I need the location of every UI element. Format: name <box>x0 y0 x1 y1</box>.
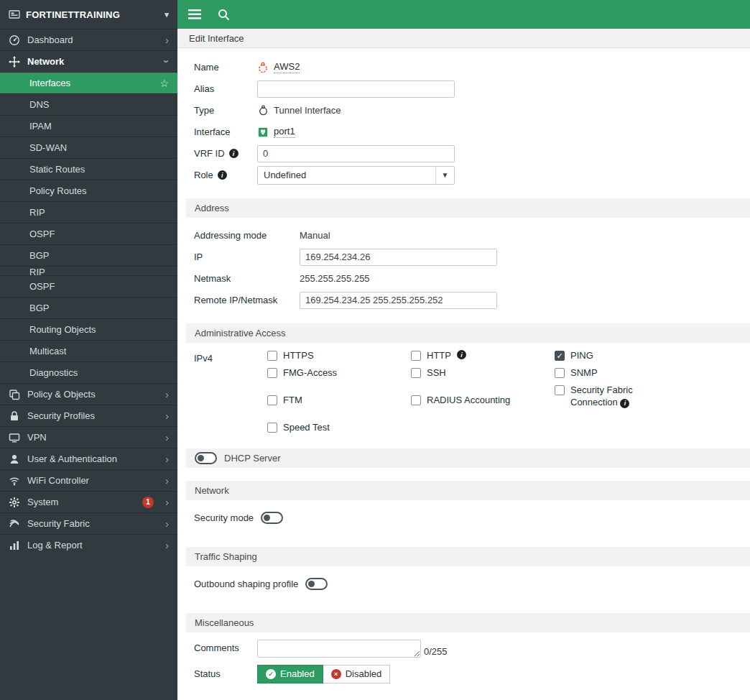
checkbox-security-fabric-connection[interactable]: Security Fabric Connection i <box>555 384 720 409</box>
vrf-id-input[interactable] <box>257 145 455 162</box>
sidebar-item-user-authentication[interactable]: User & Authentication › <box>0 448 177 469</box>
search-icon[interactable] <box>216 7 231 22</box>
comments-counter: 0/255 <box>424 646 448 658</box>
name-label: Name <box>194 62 257 73</box>
role-select[interactable]: Undefined ▼ <box>257 166 455 185</box>
info-icon[interactable]: i <box>229 149 239 158</box>
bar-chart-icon <box>9 540 20 551</box>
interface-label: Interface <box>194 126 257 137</box>
dhcp-server-label: DHCP Server <box>224 453 281 464</box>
sidebar-item-system[interactable]: System 1 › <box>0 491 177 512</box>
sidebar-item-ospf[interactable]: OSPF <box>0 223 177 244</box>
sidebar-item-routing-objects[interactable]: Routing Objects <box>0 318 177 340</box>
sidebar: FORTINETTRAINING ▾ Dashboard › Network ›… <box>0 0 177 700</box>
checkbox-fmg-access[interactable]: FMG-Access <box>267 367 411 378</box>
checkbox[interactable] <box>411 395 421 405</box>
sidebar-item-security-profiles[interactable]: Security Profiles › <box>0 405 177 426</box>
sidebar-item-policy-objects[interactable]: Policy & Objects › <box>0 383 177 405</box>
checkbox-ftm[interactable]: FTM <box>267 395 411 405</box>
remote-ip-label: Remote IP/Netmask <box>194 295 300 305</box>
checkbox[interactable] <box>555 385 565 395</box>
sidebar-item-diagnostics[interactable]: Diagnostics <box>0 361 177 383</box>
checkbox-ssh[interactable]: SSH <box>411 367 555 378</box>
sidebar-item-dns[interactable]: DNS <box>0 93 177 115</box>
vrf-id-label: VRF ID <box>194 148 225 159</box>
outbound-shaping-profile-label: Outbound shaping profile <box>194 579 298 589</box>
sidebar-item-label: Interfaces <box>29 78 70 88</box>
checkbox[interactable] <box>267 368 277 378</box>
ip-label: IP <box>194 252 300 262</box>
checkbox-http[interactable]: HTTPi <box>411 350 555 361</box>
sidebar-item-dashboard[interactable]: Dashboard › <box>0 29 177 50</box>
sidebar-item-bgp-2[interactable]: BGP <box>0 297 177 318</box>
sidebar-item-security-fabric[interactable]: Security Fabric › <box>0 512 177 534</box>
remote-ip-input[interactable] <box>300 292 497 309</box>
alias-input[interactable] <box>257 80 455 98</box>
netmask-value: 255.255.255.255 <box>300 273 370 284</box>
checkbox-snmp[interactable]: SNMP <box>555 367 720 378</box>
role-label: Role <box>194 170 213 180</box>
sidebar-item-policy-routes[interactable]: Policy Routes <box>0 180 177 201</box>
checkbox-https[interactable]: HTTPS <box>267 350 411 361</box>
checkbox-speed-test[interactable]: Speed Test <box>267 422 411 433</box>
security-mode-toggle[interactable] <box>261 512 283 524</box>
outbound-shaping-profile-toggle[interactable] <box>305 578 328 590</box>
section-header-address: Address <box>186 198 750 218</box>
info-icon[interactable]: i <box>457 350 466 359</box>
checkbox[interactable] <box>411 368 421 378</box>
brand[interactable]: FORTINETTRAINING ▾ <box>0 0 177 29</box>
checkbox[interactable] <box>411 351 421 361</box>
checkbox[interactable] <box>267 423 277 433</box>
info-icon[interactable]: i <box>218 170 227 180</box>
checkbox-radius-accounting[interactable]: RADIUS Accounting <box>411 395 555 405</box>
checkbox[interactable] <box>555 368 565 378</box>
section-header-miscellaneous: Miscellaneous <box>186 613 750 632</box>
interface-parent-value[interactable]: port1 <box>274 126 295 138</box>
chevron-right-icon: › <box>165 34 169 45</box>
ip-input[interactable] <box>300 249 497 266</box>
sidebar-item-sd-wan[interactable]: SD-WAN <box>0 137 177 158</box>
sidebar-item-rip[interactable]: RIP <box>0 201 177 223</box>
comments-textarea[interactable] <box>257 640 421 658</box>
sidebar-item-label: Dashboard <box>27 34 73 45</box>
sidebar-item-vpn[interactable]: VPN › <box>0 426 177 448</box>
section-header-admin-access: Administrative Access <box>186 323 750 343</box>
breadcrumb: Edit Interface <box>177 29 750 48</box>
addressing-mode-value[interactable]: Manual <box>300 230 330 241</box>
sidebar-item-log-report[interactable]: Log & Report › <box>0 534 177 556</box>
favorite-star-icon[interactable]: ☆ <box>159 78 169 89</box>
role-selected-value: Undefined <box>264 170 306 180</box>
sidebar-item-interfaces[interactable]: Interfaces ☆ <box>0 72 177 93</box>
dhcp-server-toggle[interactable] <box>195 452 217 464</box>
sidebar-item-static-routes[interactable]: Static Routes <box>0 158 177 180</box>
checkbox[interactable] <box>555 351 565 361</box>
alias-label: Alias <box>194 83 257 94</box>
section-header-network: Network <box>186 481 750 500</box>
sidebar-item-ipam[interactable]: IPAM <box>0 115 177 137</box>
wifi-icon <box>9 475 20 487</box>
topbar <box>177 0 750 29</box>
checkbox-ping[interactable]: PING <box>555 350 720 361</box>
status-enabled-button[interactable]: ✓ Enabled <box>257 665 323 683</box>
notification-badge: 1 <box>142 497 154 508</box>
port-icon <box>257 126 269 138</box>
main-area: Edit Interface Name AWS2 Alias <box>177 0 750 700</box>
tunnel-interface-icon <box>257 105 269 116</box>
chevron-right-icon: › <box>165 389 169 400</box>
interface-name-value[interactable]: AWS2 <box>274 61 300 73</box>
checkbox[interactable] <box>267 395 277 405</box>
status-disabled-button[interactable]: × Disabled <box>323 665 391 683</box>
user-icon <box>9 453 20 465</box>
status-segmented-control: ✓ Enabled × Disabled <box>257 665 390 683</box>
type-label: Type <box>194 105 257 116</box>
sidebar-item-ospf-2[interactable]: OSPF <box>0 275 177 297</box>
sidebar-item-network[interactable]: Network › <box>0 50 177 72</box>
sidebar-item-wifi-controller[interactable]: WiFi Controller › <box>0 469 177 491</box>
sidebar-item-rip-partial[interactable]: RIP <box>0 266 177 275</box>
checkbox[interactable] <box>267 351 277 361</box>
info-icon[interactable]: i <box>620 399 629 408</box>
sidebar-item-bgp[interactable]: BGP <box>0 244 177 266</box>
hamburger-menu-icon[interactable] <box>188 7 202 22</box>
sidebar-item-multicast[interactable]: Multicast <box>0 340 177 361</box>
comments-label: Comments <box>194 640 257 653</box>
